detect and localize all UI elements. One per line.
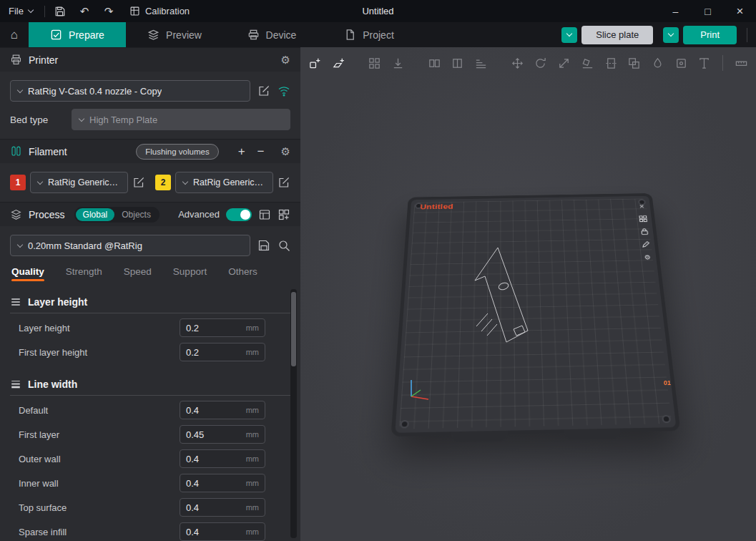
save-icon	[54, 6, 66, 17]
undo-button[interactable]: ↶	[72, 0, 97, 22]
maximize-button[interactable]: □	[692, 0, 724, 22]
seam-painting-button[interactable]	[672, 54, 690, 73]
slice-plate-button[interactable]: Slice plate	[581, 26, 653, 44]
printer-settings-gear-icon[interactable]: ⚙	[281, 54, 290, 65]
line-width-sparse-infill-input[interactable]	[186, 527, 243, 537]
sidebar-scrollbar[interactable]	[290, 289, 297, 538]
filament-section-title: Filament	[29, 146, 67, 157]
scrollbar-thumb[interactable]	[291, 292, 296, 366]
mesh-boolean-button[interactable]	[625, 54, 643, 73]
filament-1-select[interactable]: RatRig Generic PLA	[30, 172, 128, 193]
remove-filament-button[interactable]: −	[255, 145, 267, 157]
printer-connection-icon[interactable]	[278, 84, 290, 97]
cut-button[interactable]	[602, 54, 620, 73]
edit-filament-1-button[interactable]	[132, 176, 145, 189]
tab-device[interactable]: Device	[223, 22, 320, 47]
group-line-width-title: Line width	[28, 379, 77, 390]
process-tab-speed[interactable]: Speed	[124, 266, 152, 281]
plate-arrange-icon[interactable]	[638, 215, 649, 223]
tab-prepare-label: Prepare	[69, 29, 104, 41]
arrange-button[interactable]	[365, 54, 383, 73]
filament-2-color-badge[interactable]: 2	[155, 175, 171, 190]
first-layer-height-input[interactable]	[186, 347, 243, 358]
line-width-outer-wall-input[interactable]	[186, 454, 243, 464]
filament-settings-gear-icon[interactable]: ⚙	[281, 146, 290, 157]
process-tab-support[interactable]: Support	[173, 266, 207, 281]
split-to-parts-button[interactable]	[449, 54, 467, 73]
move-button[interactable]	[509, 54, 526, 73]
chevron-down-icon	[668, 31, 674, 36]
filament-2-select[interactable]: RatRig Generic PLA	[175, 172, 273, 193]
chevron-down-icon	[17, 241, 23, 247]
file-menu-label: File	[9, 6, 24, 16]
print-options-button[interactable]	[663, 27, 679, 43]
settings-list-icon[interactable]	[258, 208, 271, 221]
scope-global-option[interactable]: Global	[76, 208, 115, 221]
redo-button[interactable]: ↷	[97, 0, 121, 22]
line-width-default-input[interactable]	[186, 405, 243, 416]
undo-icon: ↶	[80, 6, 89, 16]
add-object-button[interactable]	[306, 54, 324, 73]
settings-compare-icon[interactable]	[278, 208, 290, 221]
flushing-volumes-button[interactable]: Flushing volumes	[136, 144, 218, 160]
nav-divider	[747, 28, 747, 42]
bed-type-select[interactable]: High Temp Plate	[72, 109, 290, 130]
tab-prepare[interactable]: Prepare	[29, 22, 126, 47]
minimize-button[interactable]: –	[659, 0, 692, 22]
tab-project[interactable]: Project	[320, 22, 418, 47]
advanced-toggle[interactable]	[226, 208, 252, 221]
process-preset-select[interactable]: 0.20mm Standard @RatRig	[10, 235, 250, 256]
plate-handle	[451, 431, 508, 442]
print-button[interactable]: Print	[683, 26, 737, 44]
plate-name-label: Untitled	[420, 203, 453, 211]
support-painting-button[interactable]	[649, 54, 667, 73]
filament-1-color-badge[interactable]: 1	[10, 175, 26, 190]
auto-orient-button[interactable]	[389, 54, 407, 73]
add-plate-button[interactable]	[330, 54, 348, 73]
process-tab-others[interactable]: Others	[228, 266, 257, 281]
variable-layer-height-button[interactable]	[472, 54, 490, 73]
plate-settings-icon[interactable]: ⚙	[642, 253, 653, 262]
plate-delete-icon[interactable]: ×	[637, 203, 647, 210]
measure-button[interactable]	[732, 54, 750, 73]
plate-rename-icon[interactable]	[640, 240, 652, 248]
text-tool-button[interactable]	[696, 54, 714, 73]
process-tab-strength[interactable]: Strength	[66, 266, 102, 281]
edit-filament-2-button[interactable]	[278, 176, 290, 189]
process-tab-quality[interactable]: Quality	[11, 266, 44, 281]
save-button[interactable]	[48, 0, 72, 22]
unit-label: mm	[246, 479, 259, 487]
split-to-objects-button[interactable]	[426, 54, 443, 73]
lay-flat-button[interactable]	[579, 54, 597, 73]
save-preset-button[interactable]	[257, 239, 270, 252]
group-line-width-header: Line width	[10, 372, 290, 396]
viewport-3d[interactable]: Untitled × ⚙	[300, 47, 756, 541]
slice-split-button: Slice plate	[561, 26, 653, 44]
calibration-button[interactable]: Calibration	[121, 0, 198, 22]
printer-preset-select[interactable]: RatRig V-Cast 0.4 nozzle - Copy	[10, 80, 250, 102]
scale-button[interactable]	[555, 54, 573, 73]
line-width-inner-wall-input[interactable]	[186, 478, 243, 489]
line-width-top-surface-input[interactable]	[186, 502, 243, 513]
tab-preview[interactable]: Preview	[126, 22, 223, 47]
seam-paint-icon	[674, 57, 688, 70]
edit-printer-preset-button[interactable]	[257, 84, 270, 97]
model-object-wireframe[interactable]	[466, 245, 541, 346]
scope-objects-option[interactable]: Objects	[114, 208, 158, 221]
rotate-button[interactable]	[532, 54, 550, 73]
tab-preview-label: Preview	[166, 29, 202, 41]
home-button[interactable]: ⌂	[0, 22, 29, 47]
search-settings-button[interactable]	[278, 239, 290, 252]
plate-lock-icon[interactable]	[639, 227, 649, 235]
slice-options-button[interactable]	[561, 27, 577, 43]
line-width-first-layer-input[interactable]	[186, 429, 243, 440]
nav-actions: Slice plate Print	[561, 22, 756, 47]
add-object-icon	[308, 57, 322, 70]
file-menu-button[interactable]: File	[0, 0, 41, 22]
add-filament-button[interactable]: +	[235, 145, 248, 157]
filament-1-index: 1	[16, 177, 21, 187]
bed-type-value: High Temp Plate	[89, 114, 157, 125]
preview-icon	[147, 29, 159, 41]
layer-height-input[interactable]	[186, 323, 243, 333]
close-button[interactable]: ×	[724, 0, 756, 22]
